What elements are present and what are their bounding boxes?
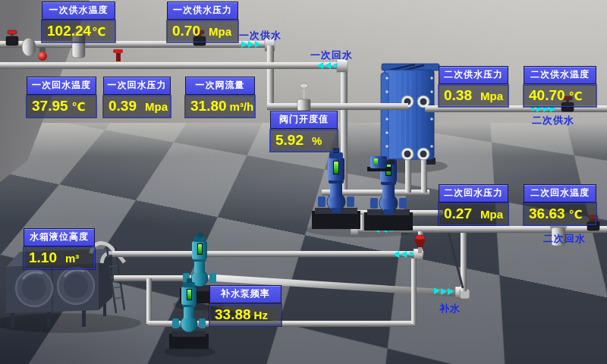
- panel-primary-supply-temp[interactable]: 一次供水温度 102.24℃: [42, 2, 115, 42]
- inline-red-pump[interactable]: [38, 52, 47, 61]
- panel-value-box: 0.39Mpa: [103, 96, 171, 118]
- panel-value: 31.80: [190, 98, 227, 115]
- panel-value-box: 102.24℃: [42, 20, 115, 42]
- panel-value-box: 40.70℃: [524, 85, 596, 107]
- panel-unit: Mpa: [480, 89, 503, 102]
- panel-value-box: 0.70Mpa: [167, 20, 238, 42]
- pipe-label-secondary-supply: 二次供水: [532, 114, 574, 127]
- panel-unit: ℃: [72, 100, 86, 114]
- panel-title: 二次回水压力: [439, 184, 508, 202]
- heat-exchanger[interactable]: [367, 64, 439, 171]
- panel-tank-level[interactable]: 水箱液位高度 1.10m³: [24, 228, 95, 269]
- plant-scene: [0, 0, 607, 364]
- panel-value-box: 0.27Mpa: [439, 203, 508, 225]
- panel-value-box: 0.38Mpa: [439, 85, 508, 107]
- pipe-label-primary-supply: 一次供水: [239, 29, 281, 42]
- circulation-pump-1[interactable]: [312, 148, 360, 229]
- panel-value-box: 37.95℃: [27, 96, 96, 118]
- panel-secondary-supply-pressure[interactable]: 二次供水压力 0.38Mpa: [439, 66, 508, 107]
- panel-primary-supply-pressure[interactable]: 一次供水压力 0.70Mpa: [167, 2, 238, 42]
- panel-secondary-return-pressure[interactable]: 二次回水压力 0.27Mpa: [439, 184, 508, 225]
- panel-title: 一次供水压力: [167, 2, 238, 20]
- panel-unit: ℃: [569, 208, 583, 221]
- pipe-label-makeup-water: 补水: [439, 302, 461, 315]
- panel-title: 一次回水压力: [103, 77, 171, 95]
- panel-valve-opening[interactable]: 阀门开度值 5.92%: [270, 111, 338, 152]
- panel-value: 5.92: [275, 132, 304, 149]
- panel-makeup-pump-freq[interactable]: 补水泵频率 33.88Hz: [209, 285, 281, 326]
- panel-value-box: 31.80m³/h: [185, 96, 255, 118]
- primary-supply-valve-1[interactable]: [6, 30, 18, 46]
- pipe-label-primary-return: 一次回水: [310, 49, 353, 62]
- panel-title: 阀门开度值: [270, 111, 338, 129]
- panel-title: 补水泵频率: [209, 285, 281, 303]
- panel-primary-flow[interactable]: 一次网流量 31.80m³/h: [185, 77, 255, 118]
- panel-value: 102.24: [47, 23, 91, 39]
- panel-title: 二次供水温度: [524, 66, 596, 84]
- panel-value: 40.70: [529, 87, 565, 104]
- panel-value: 33.88: [215, 306, 251, 323]
- panel-unit: ℃: [92, 25, 105, 39]
- panel-unit: Mpa: [145, 100, 168, 113]
- panel-title: 二次回水温度: [524, 184, 596, 202]
- panel-value-box: 36.63℃: [524, 203, 596, 225]
- panel-primary-return-pressure[interactable]: 一次回水压力 0.39Mpa: [103, 77, 171, 118]
- panel-value-box: 33.88Hz: [209, 304, 281, 326]
- panel-unit: %: [312, 134, 322, 147]
- panel-title: 一次回水温度: [27, 77, 96, 95]
- panel-unit: ℃: [569, 89, 583, 103]
- panel-secondary-return-temp[interactable]: 二次回水温度 36.63℃: [524, 184, 596, 225]
- panel-value: 0.27: [444, 206, 472, 222]
- panel-value: 1.10: [29, 249, 57, 266]
- panel-primary-return-temp[interactable]: 一次回水温度 37.95℃: [27, 77, 96, 118]
- hmi-heating-station-screen: 一次供水温度 102.24℃ 一次供水压力 0.70Mpa 一次回水温度 37.…: [0, 0, 607, 364]
- control-valve[interactable]: [297, 83, 310, 111]
- panel-value: 0.38: [444, 87, 472, 104]
- panel-value-box: 1.10m³: [24, 247, 95, 269]
- panel-title: 二次供水压力: [439, 66, 508, 84]
- panel-title: 一次网流量: [185, 77, 255, 95]
- panel-value: 0.70: [172, 23, 200, 39]
- panel-title: 水箱液位高度: [24, 228, 95, 246]
- panel-value: 37.95: [32, 98, 68, 115]
- panel-unit: m³: [65, 252, 79, 265]
- panel-unit: Hz: [254, 309, 268, 322]
- panel-value: 0.39: [109, 98, 137, 115]
- pipe-label-secondary-return: 二次回水: [543, 232, 586, 246]
- panel-unit: m³/h: [230, 100, 254, 113]
- panel-secondary-supply-temp[interactable]: 二次供水温度 40.70℃: [524, 66, 596, 107]
- primary-return-pipe: [0, 49, 348, 72]
- panel-value-box: 5.92%: [270, 130, 338, 152]
- panel-unit: Mpa: [480, 208, 503, 221]
- panel-unit: Mpa: [209, 25, 231, 38]
- panel-value: 36.63: [529, 206, 565, 222]
- panel-title: 一次供水温度: [42, 2, 115, 20]
